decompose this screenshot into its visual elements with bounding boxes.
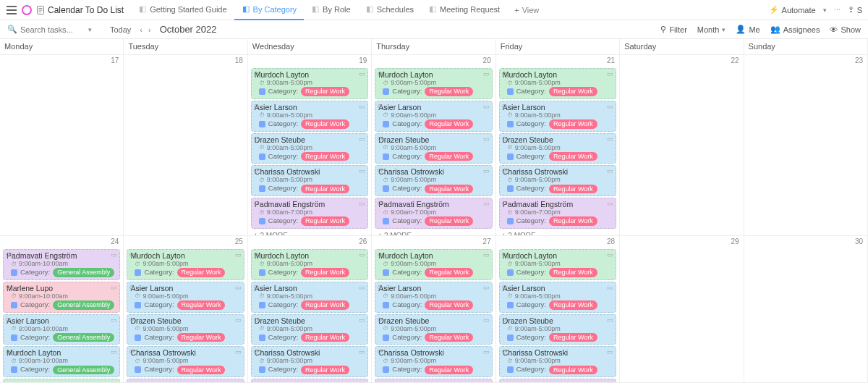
more-events-button[interactable]: + 2 MORE <box>251 230 368 236</box>
calendar-event[interactable]: ⟳▭Murdoch Layton9:00am-10:00amCategory:G… <box>3 346 120 377</box>
event-menu-icon[interactable]: ▭ <box>359 103 365 110</box>
share-button[interactable]: ⇪S <box>848 5 862 14</box>
calendar-event[interactable]: ⟳▭Asier Larson9:00am-5:00pmCategory:Regu… <box>127 282 244 313</box>
day-cell[interactable]: 18 <box>124 55 247 236</box>
calendar-event[interactable]: ⟳▭Asier Larson9:00am-5:00pmCategory:Regu… <box>499 282 616 313</box>
prev-month-icon[interactable]: ‹ <box>140 25 142 34</box>
event-menu-icon[interactable]: ▭ <box>607 316 613 324</box>
tab-schedules[interactable]: ◧Schedules <box>358 0 421 20</box>
today-button[interactable]: Today <box>110 25 131 34</box>
day-cell[interactable]: 24⟳▭Padmavati Engström9:00am-10:00amCate… <box>0 236 124 383</box>
day-cell[interactable]: 17 <box>0 55 124 236</box>
calendar-event[interactable]: ⟳▭Drazen Steube9:00am-5:00pmCategory:Reg… <box>375 314 492 345</box>
event-menu-icon[interactable]: ▭ <box>607 200 613 207</box>
event-menu-icon[interactable]: ▭ <box>607 251 613 258</box>
event-menu-icon[interactable]: ▭ <box>111 284 117 291</box>
event-menu-icon[interactable]: ▭ <box>111 251 117 258</box>
event-menu-icon[interactable]: ▭ <box>235 284 242 291</box>
calendar-event[interactable]: ⟳▭Murdoch Layton9:00am-5:00pmCategory:Re… <box>251 249 368 280</box>
next-month-icon[interactable]: › <box>148 25 151 34</box>
tab-by-role[interactable]: ◧By Role <box>304 0 358 20</box>
calendar-event[interactable]: ⟳▭Murdoch Layton9:00am-5:00pmCategory:Re… <box>127 249 244 280</box>
calendar-event[interactable]: ⟳▭Charissa Ostrowski9:00am-5:00pmCategor… <box>251 346 368 377</box>
event-menu-icon[interactable]: ▭ <box>483 251 490 258</box>
event-menu-icon[interactable]: ▭ <box>607 70 613 77</box>
day-cell[interactable]: 20⟳▭Murdoch Layton9:00am-5:00pmCategory:… <box>372 55 495 236</box>
calendar-event[interactable]: ⟳▭Asier Larson9:00am-5:00pmCategory:Regu… <box>251 101 368 132</box>
day-cell[interactable]: 29 <box>620 236 744 383</box>
calendar-event[interactable]: ⟳▭Drazen Steube9:00am-5:00pmCategory:Reg… <box>375 133 492 164</box>
calendar-event[interactable]: ⟳▭Padmavati Engström9:00am-7:00pmCategor… <box>375 379 492 383</box>
calendar-event[interactable]: ⟳▭Padmavati Engström9:00am-7:00pmCategor… <box>251 198 368 229</box>
event-menu-icon[interactable]: ▭ <box>359 135 365 143</box>
calendar-event[interactable]: ⟳▭Murdoch Layton9:00am-5:00pmCategory:Re… <box>499 68 616 99</box>
more-menu-icon[interactable]: ⋯ <box>834 7 841 14</box>
more-events-button[interactable]: + 2 MORE <box>375 230 492 236</box>
day-cell[interactable]: 27⟳▭Murdoch Layton9:00am-5:00pmCategory:… <box>372 236 495 383</box>
day-cell[interactable]: 19⟳▭Murdoch Layton9:00am-5:00pmCategory:… <box>248 55 372 236</box>
event-menu-icon[interactable]: ▭ <box>111 316 117 324</box>
calendar-event[interactable]: ⟳▭Asier Larson9:00am-5:00pmCategory:Regu… <box>375 282 492 313</box>
menu-icon[interactable] <box>4 3 19 17</box>
day-cell[interactable]: 23 <box>744 55 868 236</box>
calendar-event[interactable]: ⟳▭Drazen Steube9:00am-5:00pmCategory:Reg… <box>251 133 368 164</box>
calendar-event[interactable]: ⟳▭Asier Larson9:00am-5:00pmCategory:Regu… <box>499 101 616 132</box>
assignees-filter[interactable]: 👥Assignees <box>770 25 820 34</box>
event-menu-icon[interactable]: ▭ <box>483 284 490 291</box>
calendar-event[interactable]: ⟳▭Drazen Steube9:00am-5:00pmCategory:Reg… <box>251 314 368 345</box>
event-menu-icon[interactable]: ▭ <box>483 70 490 77</box>
calendar-event[interactable]: ⟳▭Murdoch Layton9:00am-5:00pmCategory:Re… <box>375 68 492 99</box>
tab-getting-started[interactable]: ◧Getting Started Guide <box>131 0 234 20</box>
day-cell[interactable]: 26⟳▭Murdoch Layton9:00am-5:00pmCategory:… <box>248 236 372 383</box>
day-cell[interactable]: 25⟳▭Murdoch Layton9:00am-5:00pmCategory:… <box>124 236 247 383</box>
calendar-event[interactable]: ⟳▭Sanjeev Aquino9:00am-10:00amCategory:G… <box>3 379 120 383</box>
event-menu-icon[interactable]: ▭ <box>359 70 365 77</box>
calendar-event[interactable]: ⟳▭Asier Larson9:00am-5:00pmCategory:Regu… <box>251 282 368 313</box>
event-menu-icon[interactable]: ▭ <box>359 316 365 324</box>
event-menu-icon[interactable]: ▭ <box>483 167 490 174</box>
calendar-event[interactable]: ⟳▭Padmavati Engström9:00am-7:00pmCategor… <box>499 198 616 229</box>
calendar-event[interactable]: ⟳▭Charissa Ostrowski9:00am-5:00pmCategor… <box>251 165 368 196</box>
day-cell[interactable]: 28⟳▭Murdoch Layton9:00am-5:00pmCategory:… <box>496 236 620 383</box>
calendar-event[interactable]: ⟳▭Padmavati Engström9:00am-7:00pmCategor… <box>251 379 368 383</box>
event-menu-icon[interactable]: ▭ <box>607 135 613 143</box>
calendar-event[interactable]: ⟳▭Marlene Lupo9:00am-10:00amCategory:Gen… <box>3 282 120 313</box>
event-menu-icon[interactable]: ▭ <box>607 348 613 355</box>
event-menu-icon[interactable]: ▭ <box>359 200 365 207</box>
calendar-event[interactable]: ⟳▭Drazen Steube9:00am-5:00pmCategory:Reg… <box>499 314 616 345</box>
event-menu-icon[interactable]: ▭ <box>483 348 490 355</box>
event-menu-icon[interactable]: ▭ <box>111 348 117 355</box>
event-menu-icon[interactable]: ▭ <box>483 200 490 207</box>
calendar-event[interactable]: ⟳▭Drazen Steube9:00am-5:00pmCategory:Reg… <box>499 133 616 164</box>
show-button[interactable]: 👁Show <box>830 25 861 34</box>
granularity-select[interactable]: Month▾ <box>697 25 726 34</box>
calendar-event[interactable]: ⟳▭Charissa Ostrowski9:00am-5:00pmCategor… <box>375 346 492 377</box>
event-menu-icon[interactable]: ▭ <box>359 251 365 258</box>
calendar-event[interactable]: ⟳▭Padmavati Engström9:00am-7:00pmCategor… <box>499 379 616 383</box>
day-cell[interactable]: 21⟳▭Murdoch Layton9:00am-5:00pmCategory:… <box>496 55 620 236</box>
calendar-event[interactable]: ⟳▭Charissa Ostrowski9:00am-5:00pmCategor… <box>127 346 244 377</box>
calendar-event[interactable]: ⟳▭Charissa Ostrowski9:00am-5:00pmCategor… <box>375 165 492 196</box>
tab-meeting-request[interactable]: ◧Meeting Request <box>421 0 507 20</box>
event-menu-icon[interactable]: ▭ <box>483 103 490 110</box>
calendar-event[interactable]: ⟳▭Padmavati Engström9:00am-7:00pmCategor… <box>375 198 492 229</box>
calendar-event[interactable]: ⟳▭Murdoch Layton9:00am-5:00pmCategory:Re… <box>375 249 492 280</box>
event-menu-icon[interactable]: ▭ <box>235 251 242 258</box>
tab-by-category[interactable]: ◧By Category <box>234 0 305 20</box>
event-menu-icon[interactable]: ▭ <box>359 284 365 291</box>
calendar-event[interactable]: ⟳▭Asier Larson9:00am-10:00amCategory:Gen… <box>3 314 120 345</box>
filter-button[interactable]: ⚲Filter <box>660 25 686 34</box>
search-input[interactable] <box>20 25 85 34</box>
day-cell[interactable]: 30 <box>744 236 868 383</box>
doc-title[interactable]: Calendar To Do List <box>36 5 124 15</box>
event-menu-icon[interactable]: ▭ <box>359 167 365 174</box>
calendar-event[interactable]: ⟳▭Asier Larson9:00am-5:00pmCategory:Regu… <box>375 101 492 132</box>
event-menu-icon[interactable]: ▭ <box>359 348 365 355</box>
chevron-down-icon[interactable]: ▾ <box>823 7 827 14</box>
event-menu-icon[interactable]: ▭ <box>607 103 613 110</box>
event-menu-icon[interactable]: ▭ <box>607 284 613 291</box>
calendar-event[interactable]: ⟳▭Padmavati Engström9:00am-10:00amCatego… <box>3 249 120 280</box>
chevron-down-icon[interactable]: ▾ <box>88 26 92 33</box>
event-menu-icon[interactable]: ▭ <box>235 348 242 355</box>
event-menu-icon[interactable]: ▭ <box>607 167 613 174</box>
